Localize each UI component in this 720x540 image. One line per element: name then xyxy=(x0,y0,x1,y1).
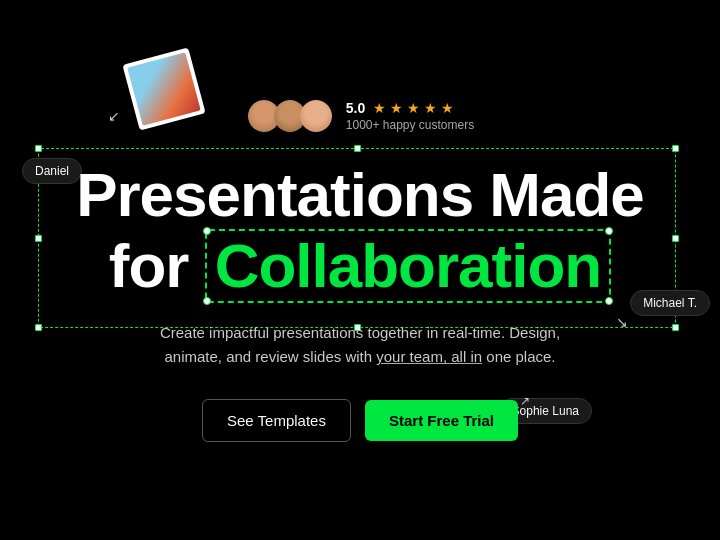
heading-line1: Presentations Made xyxy=(76,162,644,229)
star-4: ★ xyxy=(424,100,437,116)
collaboration-text: Collaboration xyxy=(215,231,602,300)
corner-dot-bl xyxy=(203,297,211,305)
main-container: 5.0 ★ ★ ★ ★ ★ 1000+ happy customers Pres… xyxy=(0,0,720,540)
subtitle-underline: your team, all in xyxy=(376,348,482,365)
buttons-row: See Templates Start Free Trial xyxy=(202,399,518,442)
corner-dot-tl xyxy=(203,227,211,235)
subtitle: Create impactful presentations together … xyxy=(140,321,580,369)
subtitle-after: one place. xyxy=(482,348,555,365)
heading-line2: for Collaboration xyxy=(76,229,644,304)
rating-block: 5.0 ★ ★ ★ ★ ★ 1000+ happy customers xyxy=(346,100,474,132)
main-heading: Presentations Made for Collaboration xyxy=(76,162,644,304)
rating-number: 5.0 xyxy=(346,100,365,116)
star-2: ★ xyxy=(390,100,403,116)
collaboration-highlight: Collaboration xyxy=(205,229,612,304)
customers-count: 1000+ happy customers xyxy=(346,118,474,132)
stars-row: 5.0 ★ ★ ★ ★ ★ xyxy=(346,100,454,116)
avatar-group xyxy=(246,98,334,134)
corner-dot-br xyxy=(605,297,613,305)
corner-dot-tr xyxy=(605,227,613,235)
start-trial-button[interactable]: Start Free Trial xyxy=(365,400,518,441)
star-3: ★ xyxy=(407,100,420,116)
star-1: ★ xyxy=(373,100,386,116)
avatar-3 xyxy=(298,98,334,134)
heading-for-text: for xyxy=(109,231,205,300)
star-5: ★ xyxy=(441,100,454,116)
social-proof-row: 5.0 ★ ★ ★ ★ ★ 1000+ happy customers xyxy=(246,98,474,134)
see-templates-button[interactable]: See Templates xyxy=(202,399,351,442)
